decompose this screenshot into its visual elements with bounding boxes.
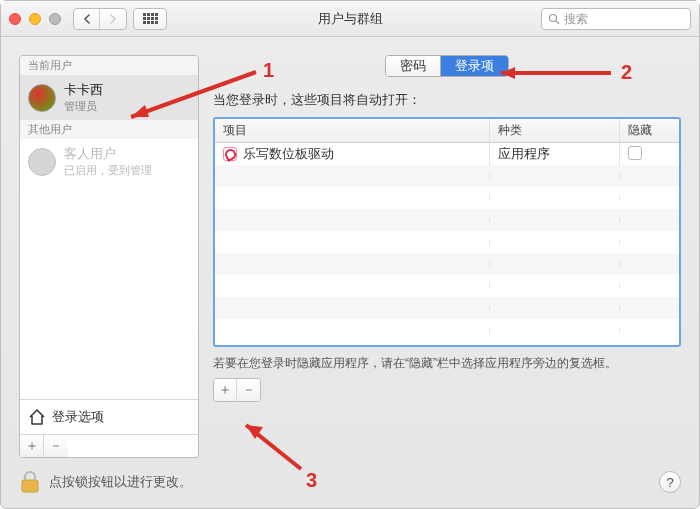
hide-checkbox[interactable] [628,146,642,160]
table-row [215,187,679,209]
lock-icon[interactable] [19,470,41,494]
table-row [215,297,679,319]
avatar [28,84,56,112]
remove-user-button[interactable]: － [44,435,68,457]
col-header-hide[interactable]: 隐藏 [619,119,679,142]
login-items-table: 项目 种类 隐藏 乐写数位板驱动 应用程序 [213,117,681,347]
svg-rect-8 [22,480,38,492]
table-header: 项目 种类 隐藏 [215,119,679,143]
search-icon [548,13,560,25]
nav-back-button[interactable] [74,9,100,29]
user-name: 卡卡西 [64,81,103,99]
user-role: 管理员 [64,99,103,114]
col-header-kind[interactable]: 种类 [489,119,619,142]
sidebar-login-options[interactable]: 登录选项 [20,399,198,434]
sidebar-user-current[interactable]: 卡卡西 管理员 [20,75,198,120]
user-sidebar: 当前用户 卡卡西 管理员 其他用户 客人用户 已启用，受到管理 [19,55,199,458]
lock-text: 点按锁按钮以进行更改。 [49,473,192,491]
nav-back-forward [73,8,127,30]
main-panel: 密码 登录项 当您登录时，这些项目将自动打开： 项目 种类 隐藏 乐写数位板驱动 [213,55,681,458]
sidebar-header-other: 其他用户 [20,120,198,139]
svg-line-1 [556,21,559,24]
table-row [215,165,679,187]
sidebar-user-guest[interactable]: 客人用户 已启用，受到管理 [20,139,198,184]
lock-row: 点按锁按钮以进行更改。 ? [1,466,699,508]
app-icon [223,147,237,161]
user-name: 客人用户 [64,145,152,163]
remove-item-button[interactable]: － [237,379,260,401]
sidebar-footer: ＋ － [20,434,198,457]
nav-forward-button[interactable] [100,9,126,29]
table-row [215,275,679,297]
window-controls [9,13,61,25]
house-icon [28,408,46,426]
close-window-icon[interactable] [9,13,21,25]
avatar [28,148,56,176]
table-body: 乐写数位板驱动 应用程序 [215,143,679,345]
tab-login-items[interactable]: 登录项 [441,56,508,76]
sidebar-header-current: 当前用户 [20,56,198,75]
table-row [215,253,679,275]
add-remove-group: ＋ － [213,378,261,402]
add-item-button[interactable]: ＋ [214,379,237,401]
tab-group: 密码 登录项 [213,55,681,77]
table-row [215,319,679,341]
table-row [215,231,679,253]
hide-hint-text: 若要在您登录时隐藏应用程序，请在“隐藏”栏中选择应用程序旁边的复选框。 [213,355,681,372]
row-item-name: 乐写数位板驱动 [243,145,334,163]
add-user-button[interactable]: ＋ [20,435,44,457]
tab-password[interactable]: 密码 [386,56,441,76]
help-button[interactable]: ? [659,471,681,493]
grid-icon [143,13,158,24]
login-items-caption: 当您登录时，这些项目将自动打开： [213,91,681,109]
table-row [215,209,679,231]
col-header-item[interactable]: 项目 [215,119,489,142]
login-options-label: 登录选项 [52,408,104,426]
row-item-kind: 应用程序 [489,143,619,166]
show-all-button[interactable] [133,8,167,30]
svg-point-0 [550,14,557,21]
table-row[interactable]: 乐写数位板驱动 应用程序 [215,143,679,165]
minimize-window-icon[interactable] [29,13,41,25]
zoom-window-icon [49,13,61,25]
pane-body: 当前用户 卡卡西 管理员 其他用户 客人用户 已启用，受到管理 [1,37,699,466]
search-input[interactable] [564,12,684,26]
user-role: 已启用，受到管理 [64,163,152,178]
titlebar: 用户与群组 [1,1,699,37]
search-field[interactable] [541,8,691,30]
prefpane-window: 用户与群组 当前用户 卡卡西 管理员 其他用户 客人用户 已启用，受到管理 [0,0,700,509]
